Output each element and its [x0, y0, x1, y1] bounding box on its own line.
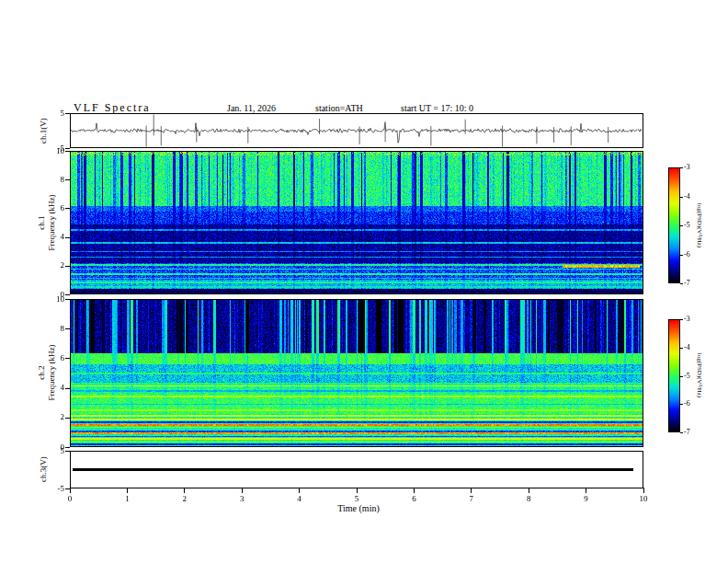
ch1-frequency-axis-label: ch.1 Frequency (kHz)	[37, 194, 57, 250]
colorbar-ch2-gradient	[669, 320, 679, 431]
ch1-spectrogram-canvas	[71, 152, 643, 293]
y-tick-label: 5	[37, 447, 64, 455]
colorbar-tick-mark	[680, 197, 683, 198]
ch3-voltage-axis-label: ch.3(V)	[39, 456, 48, 482]
date-label: Jan. 11, 2026	[227, 103, 276, 113]
colorbar-tick-label: -6	[684, 400, 702, 408]
x-tick-label: 1	[118, 495, 136, 503]
colorbar-ch1	[668, 167, 680, 283]
ch1-waveform-panel	[70, 113, 643, 148]
colorbar-tick-mark	[680, 225, 683, 226]
start-ut-label: start UT = 17: 10: 0	[401, 103, 473, 113]
ch3-waveform-panel	[70, 451, 643, 488]
x-tick-label: 8	[519, 495, 538, 503]
y-tick-mark	[65, 148, 70, 149]
axis-label-line: ch.2	[37, 344, 47, 400]
axis-label-line: ch.1	[37, 194, 47, 250]
colorbar-tick-mark	[680, 348, 683, 349]
axis-label-line: Frequency (kHz)	[47, 344, 57, 400]
time-axis-label: Time (min)	[311, 503, 406, 513]
x-tick-label: 9	[577, 495, 596, 503]
ch3-waveform-canvas	[71, 452, 643, 488]
colorbar-tick-label: -3	[684, 316, 702, 323]
axis-label-line: Frequency (kHz)	[47, 194, 57, 250]
station-label: station=ATH	[315, 103, 363, 113]
colorbar-ch1-label: log(PSD)(V²/Hz)	[696, 203, 703, 247]
y-tick-mark	[65, 488, 70, 489]
ch2-spectrogram-panel	[70, 299, 643, 447]
y-tick-mark	[65, 294, 70, 295]
colorbar-ch1-gradient	[669, 168, 679, 282]
ch1-waveform-canvas	[71, 114, 643, 147]
y-tick-label: 2	[37, 261, 64, 270]
x-tick-label: 5	[347, 495, 366, 503]
colorbar-tick-mark	[680, 283, 683, 284]
colorbar-tick-label: -3	[684, 164, 702, 171]
colorbar-tick-mark	[680, 255, 683, 256]
y-tick-label: 5	[37, 109, 64, 118]
y-tick-label: -5	[37, 144, 64, 153]
x-tick-label: 10	[634, 495, 653, 503]
colorbar-tick-label: -4	[684, 193, 702, 201]
vlf-spectra-figure: VLF Spectra Jan. 11, 2026 station=ATH st…	[0, 0, 728, 563]
ch2-spectrogram-canvas	[71, 300, 643, 446]
y-tick-label: 8	[37, 176, 64, 184]
colorbar-ch2-label: log(PSD)(V²/Hz)	[696, 353, 703, 397]
colorbar-tick-label: -6	[684, 251, 702, 259]
y-tick-label: 0	[37, 443, 64, 452]
colorbar-tick-label: -4	[684, 344, 702, 351]
x-tick-label: 6	[404, 495, 423, 503]
colorbar-tick-label: -7	[684, 429, 702, 436]
x-tick-label: 4	[290, 495, 309, 503]
y-tick-label: 2	[37, 413, 64, 421]
x-tick-label: 2	[176, 495, 194, 503]
ch1-voltage-axis-label: ch.1(V)	[39, 118, 48, 144]
colorbar-tick-label: -7	[684, 280, 702, 287]
colorbar-tick-mark	[680, 167, 683, 168]
ch2-frequency-axis-label: ch.2 Frequency (kHz)	[37, 344, 57, 400]
colorbar-tick-mark	[680, 376, 683, 377]
y-tick-label: 10	[37, 147, 64, 155]
y-tick-label: 0	[37, 291, 64, 299]
x-tick-label: 3	[233, 495, 251, 503]
colorbar-tick-mark	[680, 404, 683, 405]
y-tick-label: 8	[37, 325, 64, 333]
colorbar-ch2	[668, 319, 680, 432]
ch1-spectrogram-panel	[70, 151, 643, 294]
y-tick-label: 10	[37, 295, 64, 304]
x-tick-label: 0	[61, 495, 79, 503]
y-tick-mark	[65, 447, 70, 448]
x-tick-label: 7	[462, 495, 481, 503]
colorbar-tick-mark	[680, 319, 683, 320]
y-tick-label: -5	[37, 485, 64, 493]
colorbar-tick-mark	[680, 432, 683, 433]
